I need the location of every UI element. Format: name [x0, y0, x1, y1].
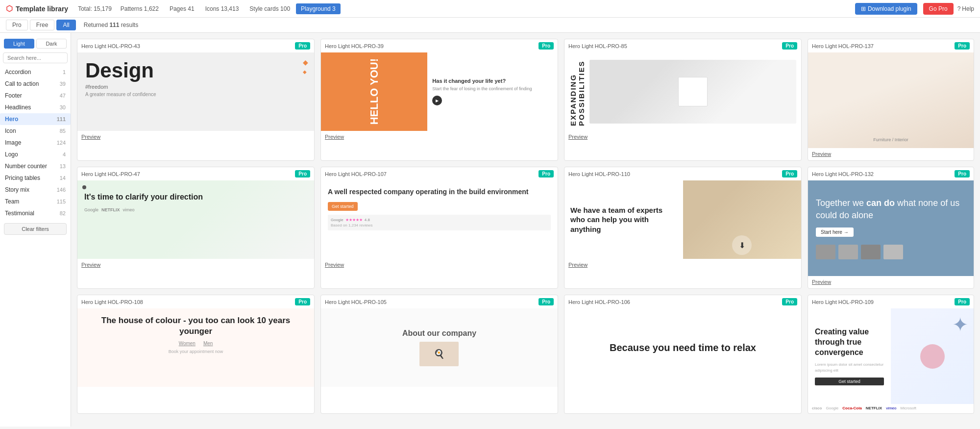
nav-tab-icons[interactable]: Icons 13,413 [200, 3, 244, 14]
preview-link[interactable]: Preview [325, 134, 344, 140]
nav-tab-pages[interactable]: Pages 41 [165, 3, 199, 14]
pro-badge: Pro [295, 170, 310, 177]
card-hol-pro-109: Hero Light HOL-PRO-109 Pro Creating valu… [808, 295, 974, 414]
sidebar-item-accordion[interactable]: Accordion 1 [0, 66, 71, 78]
pro-badge: Pro [955, 298, 970, 305]
clear-filters: Clear filters [4, 223, 67, 235]
sidebar-item-footer[interactable]: Footer 47 [0, 90, 71, 101]
pro-badge: Pro [782, 42, 797, 50]
top-bar: ⬡ Template library Total: 15,179 Pattern… [0, 0, 980, 18]
card-hol-pro-110: Hero Light HOL-PRO-110 Pro We have a tea… [564, 167, 802, 289]
sidebar-item-testimonial[interactable]: Testimonial 82 [0, 207, 71, 219]
card-thumbnail: The house of colour - you too can look 1… [77, 308, 314, 387]
theme-light-button[interactable]: Light [4, 39, 34, 49]
preview-link[interactable]: Preview [81, 134, 100, 140]
sidebar-item-number-counter[interactable]: Number counter 13 [0, 160, 71, 172]
sidebar-item-hero[interactable]: Hero 111 [0, 113, 71, 125]
together-cta[interactable]: Start here → [816, 227, 854, 237]
card-title: Hero Light HOL-PRO-108 [81, 299, 143, 305]
logos-bar: cisco Google Coca-Cola NETFLIX vimeo Mic… [808, 404, 974, 413]
nav-tab-playground[interactable]: Playground 3 [296, 3, 341, 14]
card-title: Hero Light HOL-PRO-110 [568, 171, 630, 177]
theme-toggle: Light Dark [0, 37, 71, 52]
card-hol-pro-47: Hero Light HOL-PRO-47 Pro It's time to c… [77, 167, 315, 289]
pro-badge: Pro [295, 42, 310, 50]
preview-link[interactable]: Preview [325, 262, 344, 268]
card-hol-pro-137: Hero Light HOL-PRO-137 Pro Furniture / I… [808, 39, 974, 161]
card-thumbnail: Together we can do what none of us could… [808, 180, 974, 276]
preview-link[interactable]: Preview [812, 279, 831, 285]
card-hol-pro-43: Hero Light HOL-PRO-43 Pro Design #freedo… [77, 39, 315, 161]
card-thumbnail: HELLO YOU! Has it changed your life yet?… [321, 52, 558, 131]
main-content: Hero Light HOL-PRO-43 Pro Design #freedo… [71, 33, 980, 427]
card-thumbnail: A well respected company operating in th… [321, 180, 558, 259]
sidebar-item-icon[interactable]: Icon 85 [0, 125, 71, 137]
sidebar: Light Dark Accordion 1 Call to action 39… [0, 33, 71, 427]
card-title: Hero Light HOL-PRO-39 [325, 43, 384, 49]
results-count: Returned 111 results [84, 22, 138, 28]
card-title: Hero Light HOL-PRO-132 [812, 171, 874, 177]
card-thumbnail: We have a team of experts who can help y… [564, 180, 801, 259]
pro-badge: Pro [539, 42, 554, 50]
sidebar-item-logo[interactable]: Logo 4 [0, 149, 71, 160]
card-title: Hero Light HOL-PRO-105 [325, 299, 387, 305]
card-title: Hero Light HOL-PRO-106 [568, 299, 630, 305]
sidebar-item-team[interactable]: Team 115 [0, 196, 71, 207]
search-box [3, 52, 68, 63]
sub-bar: Pro Free All Returned 111 results [0, 18, 980, 33]
search-input[interactable] [3, 52, 68, 63]
card-title: Hero Light HOL-PRO-85 [568, 43, 627, 49]
card-thumbnail: Creating value through true convergence … [808, 308, 974, 404]
card-title: Hero Light HOL-PRO-47 [81, 171, 140, 177]
help-button[interactable]: ? Help [957, 5, 974, 12]
pro-badge: Pro [955, 42, 970, 50]
download-plugin-button[interactable]: ⊞ Download plugin [855, 3, 917, 15]
layout: Light Dark Accordion 1 Call to action 39… [0, 33, 980, 427]
logo: ⬡ Template library [6, 4, 68, 13]
preview-link[interactable]: Preview [81, 262, 100, 268]
sidebar-item-image[interactable]: Image 124 [0, 137, 71, 149]
card-hol-pro-105: Hero Light HOL-PRO-105 Pro About our com… [320, 295, 558, 414]
card-title: Hero Light HOL-PRO-109 [812, 299, 874, 305]
filter-tabs: Pro Free All [6, 20, 76, 30]
card-thumbnail: Design #freedom A greater measure of con… [77, 52, 314, 131]
right-col: Hero Light HOL-PRO-137 Pro Furniture / I… [808, 39, 974, 161]
logo-icon: ⬡ [6, 4, 13, 13]
sidebar-item-story-mix[interactable]: Story mix 146 [0, 184, 71, 196]
sidebar-item-call-to-action[interactable]: Call to action 39 [0, 78, 71, 90]
nav-tabs: Patterns 1,622 Pages 41 Icons 13,413 Sty… [116, 3, 341, 14]
card-thumbnail: Furniture / Interior [808, 52, 974, 148]
card-thumbnail: Because you need time to relax [564, 308, 801, 387]
clear-filters-button[interactable]: Clear filters [4, 223, 67, 235]
filter-pro[interactable]: Pro [6, 20, 28, 30]
theme-dark-button[interactable]: Dark [36, 39, 67, 49]
card-hol-pro-85: Hero Light HOL-PRO-85 Pro EXPANDING POSS… [564, 39, 802, 161]
card-hol-pro-39: Hero Light HOL-PRO-39 Pro HELLO YOU! Has… [320, 39, 558, 161]
pro-badge: Pro [539, 298, 554, 305]
card-hol-pro-106: Hero Light HOL-PRO-106 Pro Because you n… [564, 295, 802, 414]
nav-tab-style-cards[interactable]: Style cards 100 [245, 3, 295, 14]
card-hol-pro-132: Hero Light HOL-PRO-132 Pro Together we c… [808, 167, 974, 289]
pro-badge: Pro [955, 170, 970, 177]
help-icon: ? [957, 5, 961, 12]
sidebar-item-pricing-tables[interactable]: Pricing tables 14 [0, 172, 71, 184]
creating-cta[interactable]: Get started [815, 378, 884, 385]
card-hol-pro-107: Hero Light HOL-PRO-107 Pro A well respec… [320, 167, 558, 289]
go-pro-button[interactable]: Go Pro [923, 3, 954, 15]
card-title: Hero Light HOL-PRO-43 [81, 43, 140, 49]
filter-free[interactable]: Free [30, 20, 55, 30]
card-hol-pro-108: Hero Light HOL-PRO-108 Pro The house of … [77, 295, 315, 414]
sidebar-item-headlines[interactable]: Headlines 30 [0, 101, 71, 113]
wp-icon: ⊞ [861, 5, 866, 12]
card-thumbnail: EXPANDING POSSIBILITIES [564, 52, 801, 131]
preview-link[interactable]: Preview [812, 151, 831, 157]
preview-link[interactable]: Preview [568, 134, 588, 140]
pro-badge: Pro [782, 170, 797, 177]
pro-badge: Pro [295, 298, 310, 305]
filter-all[interactable]: All [56, 20, 75, 30]
pro-badge: Pro [539, 170, 554, 177]
nav-tab-patterns[interactable]: Patterns 1,622 [116, 3, 164, 14]
preview-link[interactable]: Preview [568, 262, 588, 268]
card-title: Hero Light HOL-PRO-107 [325, 171, 387, 177]
card-thumbnail: It's time to clarify your direction Goog… [77, 180, 314, 259]
